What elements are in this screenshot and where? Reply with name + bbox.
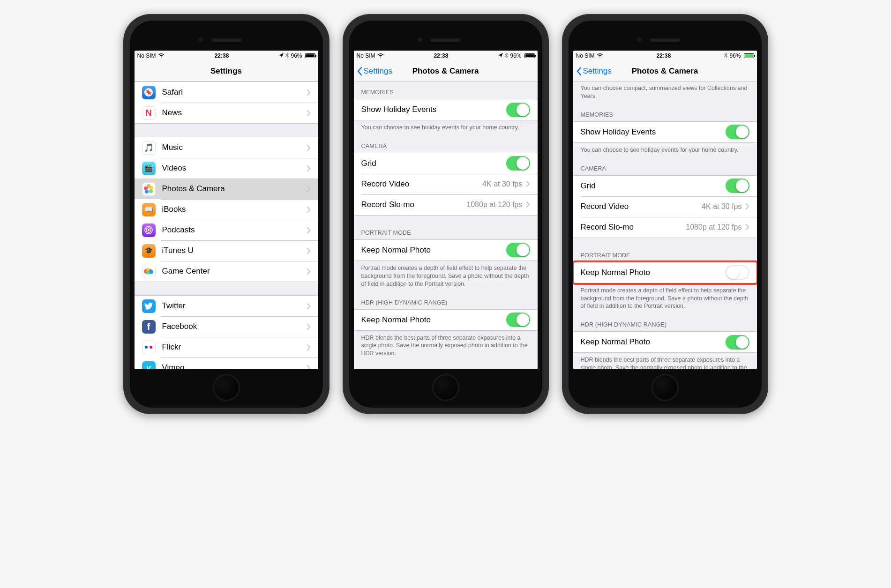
toggle-grid[interactable]	[726, 179, 749, 193]
status-bar: No SIM 22:38 96%	[573, 51, 757, 61]
cell-keep-normal-photo-hdr[interactable]: Keep Normal Photo	[354, 310, 538, 330]
phone-camera-dot	[637, 37, 642, 42]
cell-detail: 4K at 30 fps	[482, 180, 522, 188]
screen-1: No SIM 22:38 96%	[135, 51, 318, 369]
toggle-keep-normal-portrait[interactable]	[506, 243, 530, 257]
status-time: 22:38	[657, 52, 671, 59]
settings-row-photos[interactable]: Photos & Camera	[135, 179, 318, 199]
chevron-right-icon	[307, 89, 311, 96]
battery-percent: 96%	[291, 52, 302, 59]
ibooks-icon: 📖	[142, 203, 156, 216]
battery-icon	[524, 53, 535, 58]
status-carrier: No SIM	[137, 52, 156, 59]
bluetooth-icon	[505, 52, 508, 60]
battery-icon	[744, 53, 754, 58]
cell-show-holiday-events[interactable]: Show Holiday Events	[354, 99, 538, 120]
section-footer-hdr: HDR blends the best parts of three separ…	[354, 331, 538, 362]
battery-percent: 96%	[729, 52, 741, 59]
section-footer-holiday: You can choose to see holiday events for…	[573, 143, 757, 158]
cell-label: Record Slo-mo	[581, 223, 686, 232]
bluetooth-icon	[724, 52, 727, 60]
settings-row-vimeo[interactable]: vVimeo	[135, 357, 318, 369]
cell-label: Show Holiday Events	[361, 105, 506, 114]
settings-row-music[interactable]: 🎵Music	[135, 137, 318, 158]
screen-2: No SIM 22:38 96%	[354, 51, 538, 369]
nav-bar: Settings Photos & Camera	[354, 61, 538, 82]
cell-record-video[interactable]: Record Video 4K at 30 fps	[354, 174, 538, 194]
bluetooth-icon	[285, 52, 289, 60]
settings-row-news[interactable]: NNews	[135, 103, 318, 123]
cell-label: Keep Normal Photo	[361, 246, 506, 255]
screen-3: No SIM 22:38 96% Settings	[573, 51, 757, 369]
cell-label: Record Video	[581, 202, 702, 211]
highlighted-group: Keep Normal Photo	[573, 262, 757, 283]
nav-title: Photos & Camera	[632, 67, 698, 76]
wifi-icon	[597, 52, 603, 59]
settings-row-ibooks[interactable]: 📖iBooks	[135, 199, 318, 220]
toggle-keep-normal-hdr[interactable]	[506, 313, 530, 327]
status-carrier: No SIM	[357, 52, 375, 59]
cell-label: News	[162, 108, 307, 118]
toggle-keep-normal-portrait[interactable]	[726, 265, 749, 280]
cell-keep-normal-photo-portrait[interactable]: Keep Normal Photo	[573, 262, 757, 283]
cell-detail: 1080p at 120 fps	[466, 201, 522, 209]
cell-record-slomo[interactable]: Record Slo-mo 1080p at 120 fps	[573, 217, 757, 238]
section-header-hdr: HDR (HIGH DYNAMIC RANGE)	[573, 314, 757, 331]
section-header-camera: CAMERA	[354, 135, 538, 153]
cell-record-video[interactable]: Record Video 4K at 30 fps	[573, 196, 757, 217]
cell-label: Twitter	[162, 301, 307, 311]
phone-frame-2: No SIM 22:38 96%	[343, 14, 549, 414]
settings-row-flickr[interactable]: Flickr	[135, 337, 318, 357]
settings-row-videos[interactable]: 🎬Videos	[135, 158, 318, 179]
settings-row-itunesu[interactable]: 🎓iTunes U	[135, 240, 318, 261]
settings-row-gamecenter[interactable]: Game Center	[135, 261, 318, 282]
cell-detail: 1080p at 120 fps	[686, 223, 741, 231]
photos-camera-settings[interactable]: MEMORIES Show Holiday Events You can cho…	[354, 82, 538, 369]
toggle-show-holiday-events[interactable]	[506, 103, 530, 117]
back-button[interactable]: Settings	[576, 61, 612, 81]
settings-row-podcasts[interactable]: Podcasts	[135, 220, 318, 240]
cell-show-holiday-events[interactable]: Show Holiday Events	[573, 122, 757, 142]
toggle-show-holiday-events[interactable]	[726, 125, 749, 139]
chevron-right-icon	[307, 110, 311, 116]
chevron-right-icon	[307, 145, 311, 151]
home-button[interactable]	[651, 374, 679, 401]
chevron-right-icon	[307, 248, 311, 254]
back-button[interactable]: Settings	[357, 61, 392, 81]
settings-row-safari[interactable]: Safari	[135, 82, 318, 103]
toggle-grid[interactable]	[506, 156, 530, 171]
cell-label: Record Slo-mo	[361, 200, 467, 209]
photos-icon	[142, 182, 156, 196]
settings-row-twitter[interactable]: Twitter	[135, 296, 318, 316]
vimeo-icon: v	[142, 361, 156, 370]
cell-record-slomo[interactable]: Record Slo-mo 1080p at 120 fps	[354, 194, 538, 215]
cell-label: iBooks	[162, 205, 307, 214]
settings-list[interactable]: SafariNNews🎵Music🎬VideosPhotos & Camera📖…	[135, 82, 318, 369]
cell-label: Photos & Camera	[162, 184, 307, 194]
cell-keep-normal-photo-portrait[interactable]: Keep Normal Photo	[354, 240, 538, 261]
chevron-right-icon	[307, 268, 311, 275]
home-button[interactable]	[432, 374, 459, 401]
battery-percent: 96%	[510, 52, 521, 59]
cell-keep-normal-photo-hdr[interactable]: Keep Normal Photo	[573, 332, 757, 352]
chevron-right-icon	[307, 165, 311, 171]
cell-label: iTunes U	[162, 246, 307, 255]
section-footer-portrait: Portrait mode creates a depth of field e…	[354, 261, 538, 292]
cell-label: Keep Normal Photo	[581, 268, 726, 277]
section-footer-summary: You can choose compact, summarized views…	[573, 82, 757, 104]
chevron-right-icon	[307, 186, 311, 192]
phone-speaker	[431, 38, 461, 42]
cell-label: Podcasts	[162, 225, 307, 235]
cell-grid[interactable]: Grid	[573, 176, 757, 196]
home-button[interactable]	[213, 374, 240, 401]
location-icon	[279, 52, 284, 59]
photos-camera-settings[interactable]: You can choose compact, summarized views…	[573, 82, 757, 369]
chevron-right-icon	[307, 207, 311, 213]
chevron-right-icon	[307, 324, 311, 330]
toggle-keep-normal-hdr[interactable]	[726, 335, 749, 350]
status-time: 22:38	[215, 52, 229, 59]
cell-grid[interactable]: Grid	[354, 153, 538, 174]
settings-row-facebook[interactable]: fFacebook	[135, 316, 318, 337]
cell-label: Grid	[361, 159, 506, 168]
svg-point-7	[146, 271, 150, 275]
